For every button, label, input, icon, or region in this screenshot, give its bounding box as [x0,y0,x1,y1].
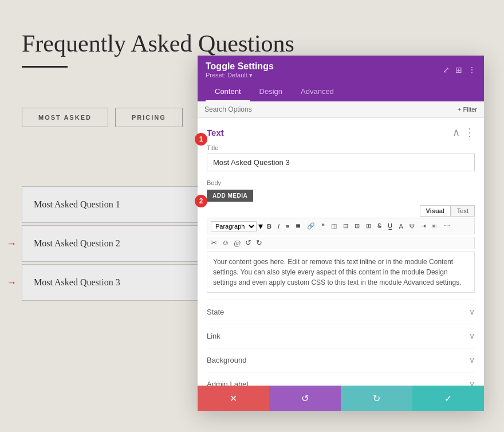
tab-content[interactable]: Content [206,83,250,101]
redo-editor-icon[interactable]: ↻ [256,238,262,248]
tab-design[interactable]: Design [250,83,292,101]
more-toolbar-button[interactable]: ⋯ [442,222,452,230]
scissors-icon[interactable]: ✂ [211,238,217,248]
link-chevron-icon: ∨ [469,331,475,341]
collapsible-link[interactable]: Link ∨ [207,324,475,348]
step-badge-2: 2 [195,195,207,207]
settings-panel: Toggle Settings Preset: Default ▾ ⤢ ⊞ ⋮ … [198,56,484,411]
filter-button[interactable]: + Filter [458,106,477,113]
panel-preset[interactable]: Preset: Default ▾ [206,72,274,79]
background-label: Background [207,356,246,364]
add-media-button[interactable]: ADD MEDIA [207,190,253,202]
ol-button[interactable]: ≣ [293,222,303,230]
section-title-text: Text [207,128,224,138]
align-left-button[interactable]: ◫ [329,222,339,230]
align-center-button[interactable]: ⊟ [341,222,351,230]
panel-tabs: Content Design Advanced [198,83,484,101]
more-icon[interactable]: ⋮ [468,65,476,75]
underline-button[interactable]: U̲ [385,222,395,230]
grid-icon[interactable]: ⊞ [455,65,462,75]
search-bar: + Filter [198,101,484,118]
panel-title: Toggle Settings [206,61,274,72]
title-input[interactable] [207,154,475,171]
collapsible-state[interactable]: State ∨ [207,300,475,324]
panel-header: Toggle Settings Preset: Default ▾ ⤢ ⊞ ⋮ [198,56,484,83]
editor-toolbar-row2: ✂ ☺ @ ↺ ↻ [207,237,475,249]
section-more-icon[interactable]: ⋮ [464,126,475,139]
link-button[interactable]: 🔗 [305,222,317,230]
outdent-button[interactable]: ⇤ [430,222,440,230]
section-collapse-icon[interactable]: ∧ [452,126,460,139]
blockquote-button[interactable]: ❝ [319,222,327,230]
state-chevron-icon: ∨ [469,307,475,317]
emoji-icon[interactable]: ☺ [222,238,229,248]
paste-button[interactable]: Ψ [407,222,417,230]
bold-button[interactable]: B [265,222,274,230]
undo-button[interactable]: ↺ [269,386,341,411]
at-icon[interactable]: @ [234,238,241,248]
search-options-input[interactable] [204,105,458,113]
strikethrough-button[interactable]: S̶ [375,222,384,230]
background-chevron-icon: ∨ [469,355,475,365]
toolbar-dropdown-icon: ▾ [258,221,263,231]
editor-tab-visual[interactable]: Visual [420,205,451,217]
state-label: State [207,308,224,316]
indent-button[interactable]: ⇥ [419,222,428,230]
tab-advanced[interactable]: Advanced [292,83,343,101]
panel-footer: ✕ ↺ ↻ ✓ [198,386,484,411]
step-badge-1: 1 [195,133,207,146]
ul-button[interactable]: ≡ [284,222,292,230]
collapsible-background[interactable]: Background ∨ [207,348,475,372]
title-field-label: Title [207,144,475,151]
link-label: Link [207,332,220,340]
editor-toolbar-row1: Paragraph ▾ B I ≡ ≣ 🔗 ❝ ◫ ⊟ ⊞ ⊞ S̶ U̲ A … [207,218,475,234]
undo-editor-icon[interactable]: ↺ [245,238,251,248]
panel-icons: ⤢ ⊞ ⋮ [443,65,476,75]
editor-tabs: Visual Text [207,205,475,217]
body-field-label: Body [207,179,475,186]
editor-tab-text[interactable]: Text [451,205,475,217]
cancel-button[interactable]: ✕ [198,386,269,411]
panel-body: Text ∧ ⋮ Title Body ADD MEDIA Visual Tex… [198,118,484,411]
editor-content-area[interactable]: Your content goes here. Edit or remove t… [207,252,475,293]
align-right-button[interactable]: ⊞ [352,222,362,230]
panel-title-area: Toggle Settings Preset: Default ▾ [206,61,274,79]
color-button[interactable]: A [396,222,405,230]
fullscreen-icon[interactable]: ⤢ [443,65,450,75]
table-button[interactable]: ⊞ [364,222,373,230]
save-button[interactable]: ✓ [412,386,484,411]
italic-button[interactable]: I [275,222,282,230]
redo-button[interactable]: ↻ [341,386,412,411]
paragraph-select[interactable]: Paragraph [211,221,257,231]
text-section-header: Text ∧ ⋮ [207,126,475,139]
